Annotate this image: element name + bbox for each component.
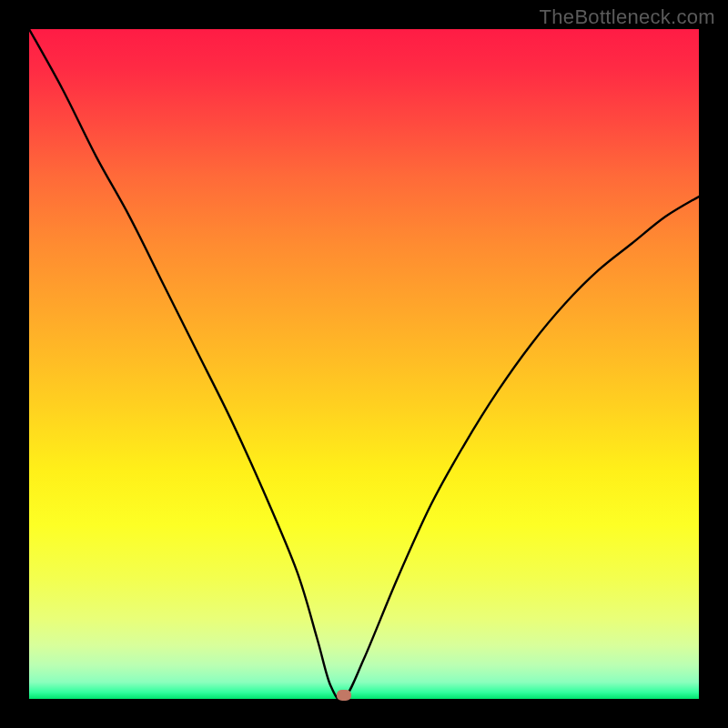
bottleneck-curve-path — [29, 29, 699, 699]
watermark-text: TheBottleneck.com — [540, 5, 715, 29]
chart-frame — [29, 29, 699, 699]
chart-curve-svg — [29, 29, 699, 699]
minimum-marker — [337, 690, 351, 701]
